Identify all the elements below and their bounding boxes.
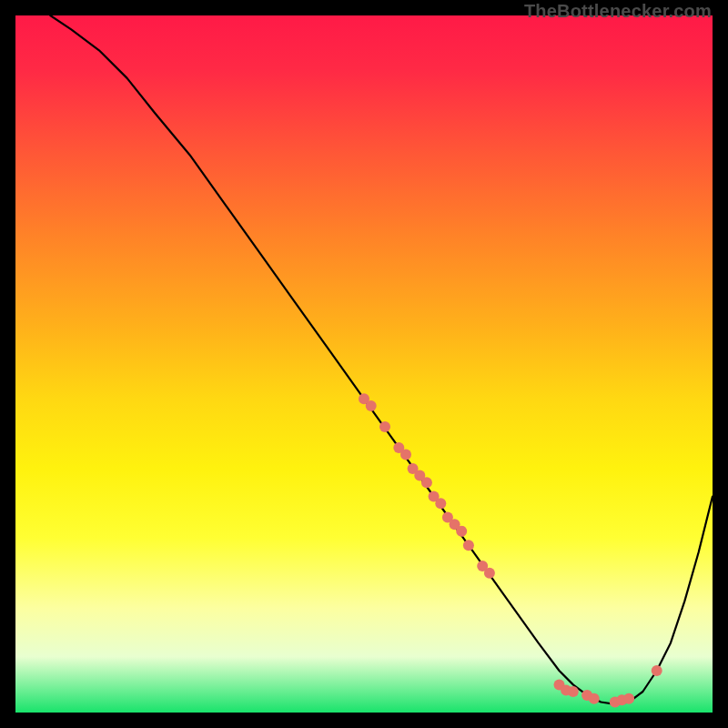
data-point (400, 450, 411, 460)
chart-svg (15, 15, 713, 713)
attribution-label: TheBottlenecker.com (524, 1, 712, 22)
data-point (652, 665, 662, 676)
gradient-plot-area (15, 15, 713, 713)
bottleneck-curve (50, 15, 713, 704)
data-point (623, 693, 634, 704)
data-point (484, 568, 495, 579)
data-point (435, 498, 446, 509)
data-point (379, 421, 390, 432)
data-point (568, 686, 579, 697)
data-point (589, 693, 600, 704)
data-point (456, 526, 467, 537)
data-point (366, 400, 377, 411)
data-point (463, 540, 474, 551)
data-points (359, 393, 662, 707)
data-point (421, 477, 432, 488)
